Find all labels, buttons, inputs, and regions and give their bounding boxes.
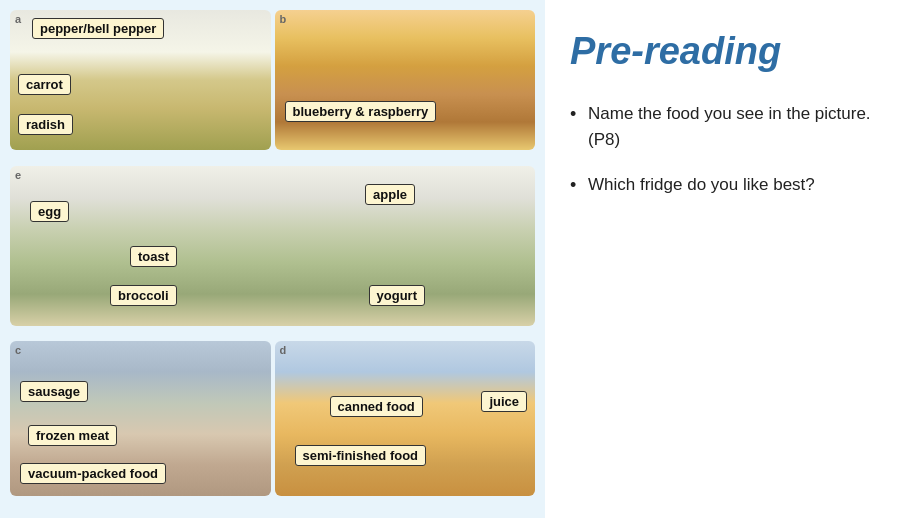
cell-letter-e: e	[15, 169, 21, 181]
label-juice: juice	[481, 391, 527, 412]
label-yogurt: yogurt	[369, 285, 425, 306]
label-semi-finished: semi-finished food	[295, 445, 427, 466]
right-panel: Pre-reading Name the food you see in the…	[545, 0, 920, 518]
fridge-cell-b: b blueberry & raspberry	[275, 10, 536, 150]
label-broccoli: broccoli	[110, 285, 177, 306]
label-blueberry: blueberry & raspberry	[285, 101, 437, 122]
bullet-item-2: Which fridge do you like best?	[570, 172, 895, 198]
cell-letter-b: b	[280, 13, 287, 25]
label-radish: radish	[18, 114, 73, 135]
label-frozen-meat: frozen meat	[28, 425, 117, 446]
cell-letter-c: c	[15, 344, 21, 356]
cell-letter-a: a	[15, 13, 21, 25]
label-sausage: sausage	[20, 381, 88, 402]
fridge-cell-a: a pepper/bell pepper carrot radish	[10, 10, 271, 150]
fridge-cell-e: e egg apple toast broccoli yogurt	[10, 166, 535, 326]
label-pepper: pepper/bell pepper	[32, 18, 164, 39]
label-canned-food: canned food	[330, 396, 423, 417]
label-vacuum-packed: vacuum-packed food	[20, 463, 166, 484]
bullet-list: Name the food you see in the picture. (P…	[570, 101, 895, 218]
fridge-cell-d: d juice canned food semi-finished food	[275, 341, 536, 496]
left-panel: a pepper/bell pepper carrot radish b blu…	[0, 0, 545, 518]
fridge-cell-c: c sausage frozen meat vacuum-packed food	[10, 341, 271, 496]
fridge-grid: a pepper/bell pepper carrot radish b blu…	[10, 10, 535, 508]
label-carrot: carrot	[18, 74, 71, 95]
cell-letter-d: d	[280, 344, 287, 356]
label-egg: egg	[30, 201, 69, 222]
label-toast: toast	[130, 246, 177, 267]
bullet-item-1: Name the food you see in the picture. (P…	[570, 101, 895, 152]
label-apple: apple	[365, 184, 415, 205]
page-title: Pre-reading	[570, 30, 895, 73]
